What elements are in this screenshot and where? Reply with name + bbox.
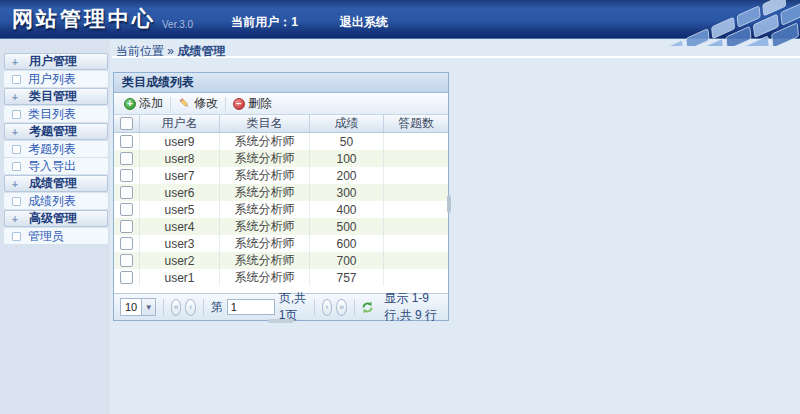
refresh-button[interactable]: [361, 301, 374, 314]
row-checkbox[interactable]: [120, 203, 133, 216]
column-header-score[interactable]: 成绩: [310, 115, 384, 132]
table-row[interactable]: user1 系统分析师 757: [114, 269, 448, 286]
sidebar-item-label: 管理员: [28, 229, 64, 243]
pager-separator: [163, 299, 164, 315]
row-checkbox[interactable]: [120, 186, 133, 199]
cell-answers: [384, 252, 448, 269]
cell-username: user7: [140, 167, 220, 184]
data-grid: 用户名 类目名 成绩 答题数 user9 系统分析师 50 user8 系统分析…: [114, 115, 448, 293]
table-row[interactable]: user7 系统分析师 200: [114, 167, 448, 184]
cell-answers: [384, 167, 448, 184]
page-size-select[interactable]: 10 ▼: [120, 298, 156, 316]
table-header-row: 用户名 类目名 成绩 答题数: [114, 115, 448, 133]
column-header-answers[interactable]: 答题数: [384, 115, 448, 132]
table-row[interactable]: user5 系统分析师 400: [114, 201, 448, 218]
grid-toolbar: + 添加 修改 − 删除: [114, 93, 448, 115]
add-button[interactable]: + 添加: [119, 94, 168, 113]
display-info-label: 显示 1-9 行,共 9 行: [384, 290, 442, 324]
add-icon: +: [124, 98, 136, 110]
table-row[interactable]: user4 系统分析师 500: [114, 218, 448, 235]
sidebar-item-label: 成绩列表: [28, 194, 76, 208]
square-bullet-icon: [12, 145, 21, 154]
select-all-checkbox[interactable]: [120, 117, 133, 130]
table-row[interactable]: user8 系统分析师 100: [114, 150, 448, 167]
sidebar-group-label: 成绩管理: [29, 176, 77, 190]
row-checkbox[interactable]: [120, 254, 133, 267]
prev-page-button[interactable]: ‹: [185, 299, 196, 316]
cell-username: user9: [140, 133, 220, 150]
sidebar-item-user-list[interactable]: 用户列表: [4, 71, 108, 87]
sidebar-group-categories[interactable]: + 类目管理: [4, 88, 108, 105]
cell-score: 700: [310, 252, 384, 269]
row-checkbox[interactable]: [120, 271, 133, 284]
page-number-input[interactable]: [227, 299, 275, 315]
column-header-category[interactable]: 类目名: [220, 115, 310, 132]
square-bullet-icon: [12, 232, 21, 241]
cell-category: 系统分析师: [220, 133, 310, 150]
row-checkbox[interactable]: [120, 152, 133, 165]
square-bullet-icon: [12, 110, 21, 119]
table-row[interactable]: user9 系统分析师 50: [114, 133, 448, 150]
delete-button[interactable]: − 删除: [228, 94, 277, 113]
table-row[interactable]: user3 系统分析师 600: [114, 235, 448, 252]
cell-category: 系统分析师: [220, 269, 310, 286]
square-bullet-icon: [12, 162, 21, 171]
cell-category: 系统分析师: [220, 167, 310, 184]
sidebar: + 用户管理 用户列表 + 类目管理 类目列表 + 考题管理 考题列表 导入导出…: [4, 52, 108, 245]
cell-username: user1: [140, 269, 220, 286]
edit-button-label: 修改: [194, 95, 218, 112]
sidebar-item-label: 考题列表: [28, 142, 76, 156]
logout-link[interactable]: 退出系统: [340, 14, 388, 31]
pencil-icon: [178, 97, 191, 110]
plus-icon: +: [12, 125, 18, 140]
app-title: 网站管理中心: [12, 5, 156, 33]
cell-answers: [384, 269, 448, 286]
breadcrumb-separator: »: [167, 44, 174, 58]
cell-category: 系统分析师: [220, 201, 310, 218]
breadcrumb: 当前位置 » 成绩管理: [112, 39, 800, 58]
cell-username: user8: [140, 150, 220, 167]
last-page-button[interactable]: »: [336, 299, 347, 316]
sidebar-item-admin[interactable]: 管理员: [4, 228, 108, 244]
cell-username: user6: [140, 184, 220, 201]
sidebar-item-question-list[interactable]: 考题列表: [4, 141, 108, 157]
grid-resize-grip[interactable]: [447, 195, 451, 213]
current-user-label: 当前用户：1: [231, 14, 298, 31]
breadcrumb-prefix: 当前位置: [116, 44, 164, 58]
panel-title: 类目成绩列表: [114, 73, 448, 93]
sidebar-group-label: 类目管理: [29, 89, 77, 103]
sidebar-group-questions[interactable]: + 考题管理: [4, 123, 108, 140]
admin-console: 网站管理中心 Ver.3.0 当前用户：1 退出系统: [0, 0, 800, 414]
page-prefix-label: 第: [211, 299, 223, 316]
sidebar-group-scores[interactable]: + 成绩管理: [4, 175, 108, 192]
cell-score: 200: [310, 167, 384, 184]
sidebar-group-users[interactable]: + 用户管理: [4, 53, 108, 70]
next-page-button[interactable]: ›: [322, 299, 333, 316]
sidebar-group-advanced[interactable]: + 高级管理: [4, 210, 108, 227]
sidebar-item-category-list[interactable]: 类目列表: [4, 106, 108, 122]
cell-category: 系统分析师: [220, 184, 310, 201]
cell-score: 757: [310, 269, 384, 286]
toolbar-separator: [170, 97, 171, 111]
sidebar-item-score-list[interactable]: 成绩列表: [4, 193, 108, 209]
panel-resize-grip[interactable]: [268, 319, 294, 323]
cell-username: user4: [140, 218, 220, 235]
row-checkbox[interactable]: [120, 135, 133, 148]
table-row[interactable]: user2 系统分析师 700: [114, 252, 448, 269]
sidebar-group-label: 考题管理: [29, 124, 77, 138]
add-button-label: 添加: [139, 95, 163, 112]
pager-separator: [314, 299, 315, 315]
row-checkbox[interactable]: [120, 237, 133, 250]
cell-answers: [384, 201, 448, 218]
table-row[interactable]: user6 系统分析师 300: [114, 184, 448, 201]
cell-score: 500: [310, 218, 384, 235]
column-header-username[interactable]: 用户名: [140, 115, 220, 132]
row-checkbox[interactable]: [120, 169, 133, 182]
sidebar-item-import-export[interactable]: 导入导出: [4, 158, 108, 174]
plus-icon: +: [12, 90, 18, 105]
row-checkbox[interactable]: [120, 220, 133, 233]
pager-separator: [354, 299, 355, 315]
first-page-button[interactable]: «: [171, 299, 182, 316]
edit-button[interactable]: 修改: [173, 94, 223, 113]
cell-score: 600: [310, 235, 384, 252]
